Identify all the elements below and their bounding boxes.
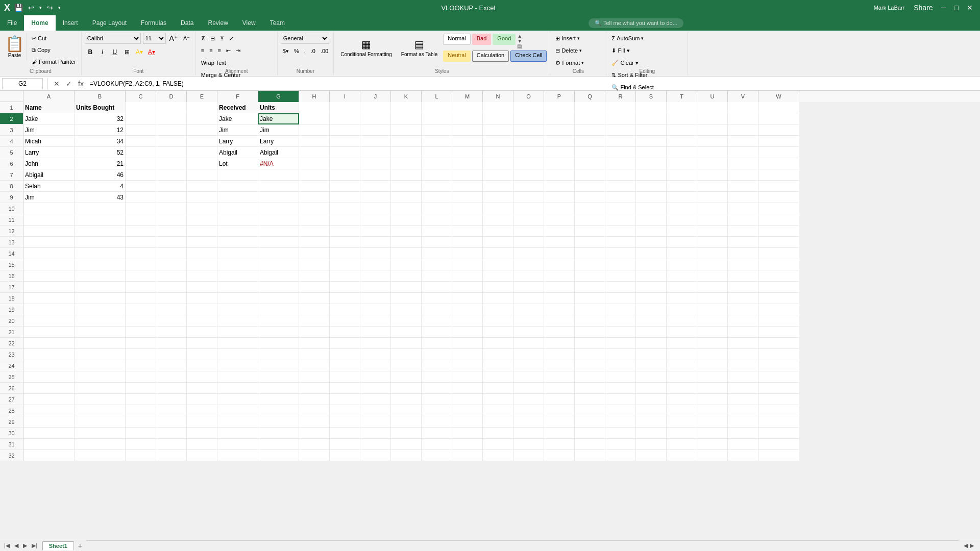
cell-a32[interactable]	[23, 450, 75, 461]
cell-x0-19[interactable]	[330, 304, 360, 315]
cell-b4[interactable]: 34	[75, 136, 126, 147]
cell-x12-28[interactable]	[697, 405, 728, 416]
cell-x11-23[interactable]	[667, 349, 697, 360]
cell-g2[interactable]: Jake Jake Jim Larry Abigail #N/A	[258, 113, 299, 124]
cell-p4[interactable]	[544, 136, 575, 147]
cell-x7-30[interactable]	[544, 428, 575, 439]
cell-w1[interactable]	[758, 102, 799, 113]
insert-dropdown-icon[interactable]: ▾	[577, 36, 580, 41]
cell-o9[interactable]	[513, 192, 544, 203]
cell-j8[interactable]	[360, 181, 391, 192]
cell-w11[interactable]	[758, 214, 799, 226]
cell-x3-28[interactable]	[422, 405, 452, 416]
cell-e6[interactable]	[187, 158, 217, 169]
col-header-p[interactable]: P	[544, 91, 575, 102]
autosum-dropdown-icon[interactable]: ▾	[641, 36, 644, 41]
cell-h32[interactable]	[299, 450, 330, 461]
cell-g20[interactable]	[258, 315, 299, 327]
cell-x2-13[interactable]	[391, 237, 422, 248]
cell-x2-22[interactable]	[391, 338, 422, 349]
cell-j5[interactable]	[360, 147, 391, 158]
cell-x3-17[interactable]	[422, 282, 452, 293]
cell-x11-10[interactable]	[667, 203, 697, 214]
cell-q8[interactable]	[575, 181, 605, 192]
cell-x4-24[interactable]	[452, 360, 483, 371]
cell-g18[interactable]	[258, 293, 299, 304]
cell-e1[interactable]	[187, 102, 217, 113]
tab-formulas[interactable]: Formulas	[134, 15, 174, 31]
cell-x1-27[interactable]	[360, 394, 391, 405]
cell-c14[interactable]	[126, 248, 156, 259]
cell-x13-10[interactable]	[728, 203, 758, 214]
cell-x7-17[interactable]	[544, 282, 575, 293]
cell-e19[interactable]	[187, 304, 217, 315]
cell-w16[interactable]	[758, 270, 799, 282]
cell-a15[interactable]	[23, 259, 75, 270]
cell-x1-32[interactable]	[360, 450, 391, 461]
cell-x5-20[interactable]	[483, 315, 513, 327]
col-header-s[interactable]: S	[636, 91, 667, 102]
styles-expand[interactable]: ▤	[517, 44, 522, 49]
cell-x0-22[interactable]	[330, 338, 360, 349]
cell-a27[interactable]	[23, 394, 75, 405]
cell-x6-29[interactable]	[513, 416, 544, 428]
cell-x0-25[interactable]	[330, 371, 360, 383]
col-header-g[interactable]: G	[258, 91, 299, 102]
cell-h12[interactable]	[299, 226, 330, 237]
col-header-i[interactable]: I	[330, 91, 360, 102]
cell-k2[interactable]	[391, 113, 422, 124]
cell-u3[interactable]	[697, 124, 728, 136]
cell-x9-19[interactable]	[605, 304, 636, 315]
cell-x9-30[interactable]	[605, 428, 636, 439]
cell-n6[interactable]	[483, 158, 513, 169]
cell-x11-11[interactable]	[667, 214, 697, 226]
row-num-17[interactable]: 17	[0, 282, 23, 293]
cell-w22[interactable]	[758, 338, 799, 349]
cell-x3-22[interactable]	[422, 338, 452, 349]
cell-x2-14[interactable]	[391, 248, 422, 259]
cell-x1-16[interactable]	[360, 270, 391, 282]
cell-a6[interactable]: John	[23, 158, 75, 169]
cell-x12-25[interactable]	[697, 371, 728, 383]
cell-x10-27[interactable]	[636, 394, 667, 405]
cell-f27[interactable]	[217, 394, 258, 405]
cell-g1[interactable]: Units	[258, 102, 299, 113]
cell-x6-30[interactable]	[513, 428, 544, 439]
cell-f11[interactable]	[217, 214, 258, 226]
cell-x10-26[interactable]	[636, 383, 667, 394]
cell-v8[interactable]	[728, 181, 758, 192]
sheet-scroll-right[interactable]: ▶	[970, 542, 974, 549]
tab-insert[interactable]: Insert	[56, 15, 85, 31]
cell-i5[interactable]	[330, 147, 360, 158]
cell-x3-23[interactable]	[422, 349, 452, 360]
cell-x9-17[interactable]	[605, 282, 636, 293]
cell-f25[interactable]	[217, 371, 258, 383]
cell-c20[interactable]	[126, 315, 156, 327]
cell-h11[interactable]	[299, 214, 330, 226]
cell-x2-23[interactable]	[391, 349, 422, 360]
cell-j6[interactable]	[360, 158, 391, 169]
cell-p6[interactable]	[544, 158, 575, 169]
cell-g14[interactable]	[258, 248, 299, 259]
cell-g23[interactable]	[258, 349, 299, 360]
cell-r4[interactable]	[605, 136, 636, 147]
cell-o2[interactable]	[513, 113, 544, 124]
cell-w32[interactable]	[758, 450, 799, 461]
cell-p3[interactable]	[544, 124, 575, 136]
cell-x11-21[interactable]	[667, 327, 697, 338]
cell-h17[interactable]	[299, 282, 330, 293]
wrap-text-button[interactable]: Wrap Text	[199, 57, 228, 68]
cell-x4-22[interactable]	[452, 338, 483, 349]
row-num-27[interactable]: 27	[0, 394, 23, 405]
cell-x10-12[interactable]	[636, 226, 667, 237]
cell-x9-20[interactable]	[605, 315, 636, 327]
increase-indent-button[interactable]: ⇥	[234, 45, 242, 56]
bold-button[interactable]: B	[85, 46, 96, 58]
cell-p9[interactable]	[544, 192, 575, 203]
cell-x4-17[interactable]	[452, 282, 483, 293]
tab-team[interactable]: Team	[263, 15, 292, 31]
sheet-first-arrow[interactable]: |◀	[2, 542, 12, 549]
cell-h30[interactable]	[299, 428, 330, 439]
cell-x6-26[interactable]	[513, 383, 544, 394]
cell-x10-11[interactable]	[636, 214, 667, 226]
